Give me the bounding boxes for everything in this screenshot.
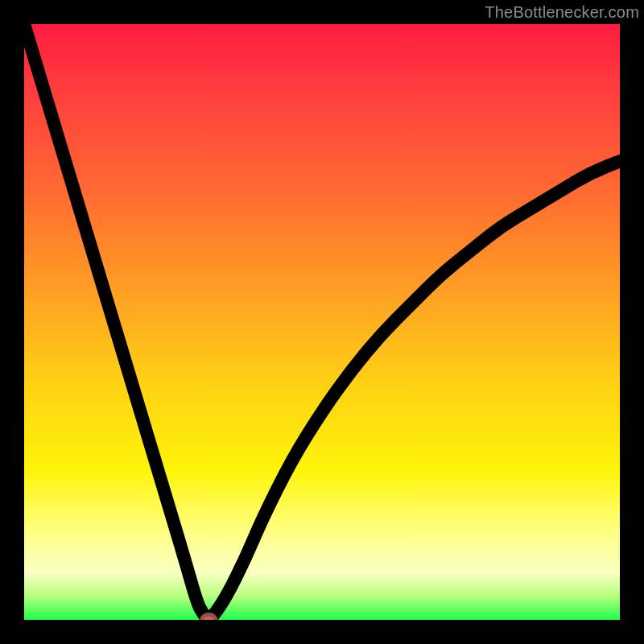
watermark-label: TheBottlenecker.com xyxy=(485,3,639,22)
chart-plot-area xyxy=(24,24,620,620)
bottleneck-curve xyxy=(24,24,620,618)
chart-frame: TheBottlenecker.com xyxy=(0,0,644,644)
minimum-marker-icon xyxy=(202,614,217,620)
chart-svg xyxy=(24,24,620,620)
